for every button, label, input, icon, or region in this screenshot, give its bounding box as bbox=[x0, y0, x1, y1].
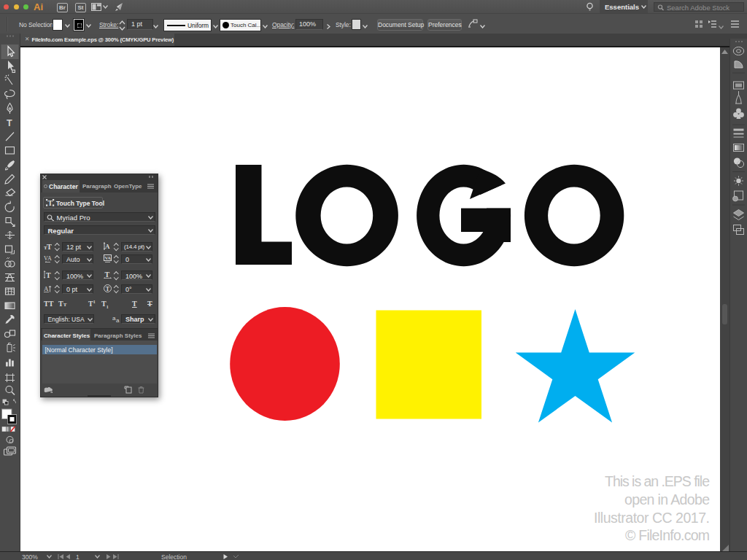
svg-text:© FileInfo.com: © FileInfo.com bbox=[625, 527, 710, 543]
svg-text:a: a bbox=[116, 317, 120, 323]
svg-text:Illustrator CC 2017.: Illustrator CC 2017. bbox=[594, 510, 710, 526]
svg-text:T: T bbox=[106, 285, 110, 292]
svg-text:A: A bbox=[44, 285, 49, 292]
svg-text:T: T bbox=[47, 243, 52, 250]
svg-text:A: A bbox=[47, 255, 52, 262]
svg-text:T: T bbox=[48, 199, 53, 206]
svg-text:This is an .EPS file: This is an .EPS file bbox=[605, 473, 710, 489]
svg-text:open in Adobe: open in Adobe bbox=[624, 491, 710, 508]
svg-text:A: A bbox=[105, 243, 110, 250]
svg-text:T: T bbox=[105, 271, 110, 279]
svg-text:VA: VA bbox=[105, 255, 112, 260]
svg-text:T: T bbox=[46, 271, 51, 279]
